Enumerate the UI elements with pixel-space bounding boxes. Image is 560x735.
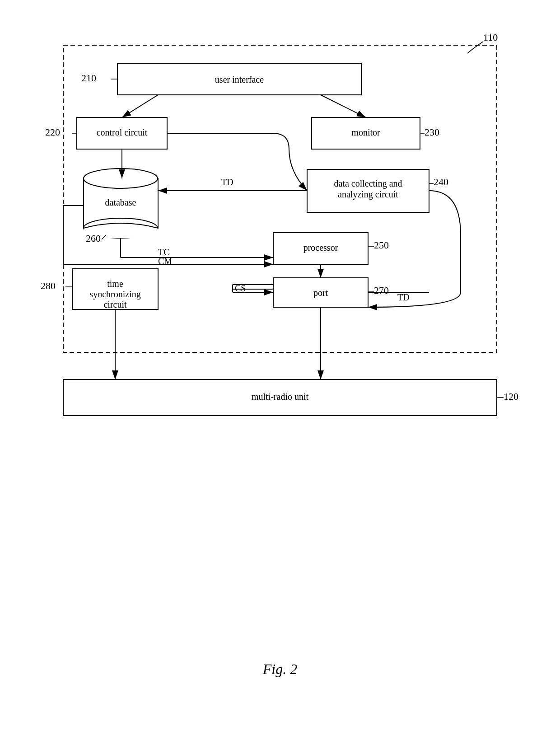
svg-rect-9 — [273, 278, 368, 307]
svg-text:database: database — [105, 197, 136, 207]
svg-rect-7 — [307, 169, 429, 212]
svg-text:240: 240 — [434, 176, 448, 187]
svg-text:port: port — [313, 288, 328, 298]
svg-text:210: 210 — [81, 72, 96, 84]
svg-text:synchronizing: synchronizing — [89, 289, 140, 300]
svg-rect-8 — [273, 233, 368, 264]
svg-text:multi-radio unit: multi-radio unit — [252, 392, 309, 402]
svg-text:monitor: monitor — [351, 127, 380, 137]
figure-label: Fig. 2 — [263, 661, 297, 678]
svg-text:TD: TD — [397, 292, 410, 302]
svg-text:circuit: circuit — [103, 300, 127, 309]
svg-text:120: 120 — [504, 391, 518, 402]
svg-text:analyzing circuit: analyzing circuit — [338, 189, 398, 200]
svg-rect-5 — [77, 117, 167, 149]
svg-text:user interface: user interface — [215, 75, 264, 84]
svg-rect-10 — [72, 269, 158, 309]
svg-text:time: time — [107, 279, 123, 289]
svg-text:260: 260 — [86, 233, 101, 244]
svg-rect-2 — [63, 45, 497, 352]
svg-text:TD: TD — [221, 177, 233, 187]
svg-rect-14 — [84, 228, 158, 238]
svg-text:processor: processor — [303, 243, 338, 253]
svg-text:230: 230 — [425, 126, 439, 138]
svg-text:data collecting and: data collecting and — [334, 178, 402, 189]
svg-text:270: 270 — [374, 285, 389, 296]
svg-rect-4 — [117, 63, 361, 95]
svg-rect-3 — [63, 379, 497, 416]
svg-rect-6 — [312, 117, 420, 149]
svg-point-13 — [84, 218, 158, 238]
svg-text:220: 220 — [45, 126, 60, 138]
diagram-area: TD TC CM CS TD user interface control ci… — [27, 18, 533, 687]
svg-text:250: 250 — [374, 239, 389, 251]
svg-text:110: 110 — [483, 32, 498, 43]
svg-line-16 — [321, 95, 366, 117]
svg-point-12 — [84, 169, 158, 188]
svg-rect-11 — [84, 178, 158, 228]
svg-line-15 — [122, 95, 158, 117]
svg-text:CS: CS — [235, 283, 246, 293]
svg-text:280: 280 — [41, 280, 56, 291]
svg-text:TC: TC — [158, 247, 170, 257]
svg-text:control circuit: control circuit — [97, 127, 148, 137]
svg-text:CM: CM — [158, 256, 172, 266]
